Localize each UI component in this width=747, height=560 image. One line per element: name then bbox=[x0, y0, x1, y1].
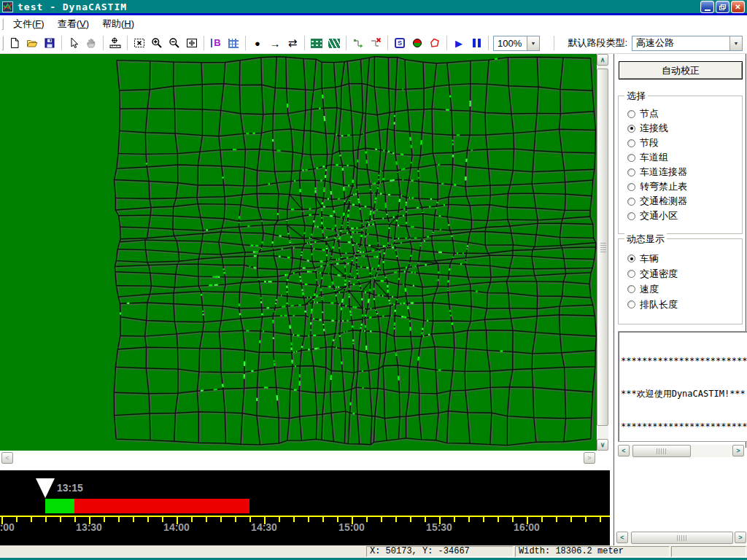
zoom-dropdown-icon[interactable]: ▼ bbox=[527, 36, 539, 50]
select-option-lane-connector[interactable]: 车道连接器 bbox=[619, 165, 742, 179]
network-canvas[interactable] bbox=[0, 54, 597, 451]
scroll-up-button[interactable]: ∧ bbox=[597, 54, 608, 66]
add-connector-icon bbox=[352, 37, 364, 49]
select-option-link[interactable]: 连接线 bbox=[619, 121, 742, 136]
canvas-vertical-scrollbar[interactable]: ∧ ∨ bbox=[597, 54, 608, 451]
delete-connector-button[interactable] bbox=[367, 34, 384, 52]
timeline-tick-label: 14:30 bbox=[244, 521, 285, 533]
minimize-icon bbox=[705, 9, 711, 11]
toolbar-grip[interactable] bbox=[1, 36, 4, 50]
thumb-grip bbox=[657, 448, 667, 454]
add-node-button[interactable] bbox=[107, 34, 124, 52]
open-folder-icon bbox=[26, 37, 38, 49]
scroll-down-button[interactable]: ∨ bbox=[597, 439, 608, 451]
timeline-tick bbox=[45, 517, 47, 522]
menu-grip[interactable] bbox=[1, 18, 4, 30]
new-file-button[interactable] bbox=[6, 34, 23, 52]
horizontal-scroll-thumb[interactable] bbox=[631, 532, 733, 544]
zoom-region-icon bbox=[133, 37, 145, 49]
pause-button[interactable] bbox=[468, 34, 485, 52]
close-button[interactable]: ✕ bbox=[731, 1, 745, 13]
message-horizontal-scrollbar[interactable]: < > bbox=[618, 445, 744, 457]
save-button[interactable] bbox=[41, 34, 58, 52]
zoom-level-select[interactable]: 100% ▼ bbox=[493, 36, 540, 51]
menu-help[interactable]: 帮助(H) bbox=[96, 15, 141, 33]
road-type-label: 默认路段类型: bbox=[568, 36, 627, 50]
scroll-left-button[interactable]: < bbox=[616, 532, 628, 543]
restore-icon bbox=[719, 4, 726, 10]
scroll-left-button[interactable]: < bbox=[618, 445, 630, 456]
select-option-node[interactable]: 节点 bbox=[619, 106, 742, 121]
chevron-right-icon: > bbox=[738, 534, 742, 541]
node-draw-button[interactable]: ● bbox=[249, 34, 266, 52]
event-duration-bar bbox=[45, 499, 74, 513]
node-circle-icon: ● bbox=[255, 38, 260, 49]
display-option-speed[interactable]: 速度 bbox=[619, 281, 742, 297]
node-ruler-icon bbox=[109, 37, 121, 49]
select-group-title: 选择 bbox=[624, 90, 648, 103]
road-type-select[interactable]: 高速公路 ▼ bbox=[632, 36, 743, 51]
zoom-out-button[interactable] bbox=[166, 34, 183, 52]
select-option-traffic-zone[interactable]: 交通小区 bbox=[619, 209, 742, 223]
radio-icon bbox=[627, 212, 635, 220]
horizontal-scroll-thumb[interactable] bbox=[632, 445, 691, 457]
timeline-axis bbox=[0, 516, 610, 517]
add-connector-button[interactable] bbox=[349, 34, 367, 52]
twoway-arrow-icon: ⇄ bbox=[288, 36, 298, 50]
select-cursor-button[interactable] bbox=[65, 34, 82, 52]
message-line: ****************************** bbox=[621, 421, 747, 432]
scroll-right-button[interactable]: > bbox=[584, 452, 595, 464]
status-bar: X: 50173, Y: -34667 Width: 18306.2 meter bbox=[0, 545, 747, 558]
minimize-button[interactable] bbox=[700, 1, 714, 13]
open-file-button[interactable] bbox=[23, 34, 41, 52]
canvas-horizontal-scrollbar[interactable]: < > bbox=[0, 451, 608, 470]
scroll-right-button[interactable]: > bbox=[732, 445, 744, 456]
display-option-vehicles[interactable]: 车辆 bbox=[619, 251, 742, 266]
segment-tool-button[interactable] bbox=[308, 34, 325, 52]
radio-icon bbox=[627, 300, 635, 308]
zone-tool-button[interactable] bbox=[426, 34, 444, 52]
timeline-tick-label: 15:00 bbox=[331, 521, 372, 533]
timeline-tick bbox=[147, 517, 149, 522]
road-type-value: 高速公路 bbox=[632, 36, 729, 50]
timeline-tick bbox=[60, 517, 61, 522]
display-option-queue-length[interactable]: 排队长度 bbox=[619, 297, 742, 312]
twoway-link-button[interactable]: ⇄ bbox=[284, 34, 301, 52]
zone-polygon-icon bbox=[429, 37, 441, 49]
zoom-in-button[interactable] bbox=[148, 34, 166, 52]
scroll-left-button[interactable]: < bbox=[1, 452, 13, 464]
display-option-density[interactable]: 交通密度 bbox=[619, 266, 742, 281]
select-option-detector[interactable]: 交通检测器 bbox=[619, 194, 742, 209]
signal-plan-button[interactable]: S bbox=[391, 34, 409, 52]
select-option-segment[interactable]: 节段 bbox=[619, 136, 742, 150]
zoom-region-button[interactable] bbox=[131, 34, 148, 52]
control-panel: 自动校正 选择 节点 连接线 节段 车道组 车道连接器 转弯禁止表 交通检测器 … bbox=[614, 54, 747, 545]
lanes-tool-button[interactable] bbox=[325, 34, 343, 52]
message-log[interactable]: ****************************** ***欢迎使用Dy… bbox=[618, 331, 747, 442]
vertical-scroll-thumb[interactable] bbox=[597, 69, 608, 426]
select-option-turn-ban[interactable]: 转弯禁止表 bbox=[619, 179, 742, 194]
select-option-lane-group[interactable]: 车道组 bbox=[619, 150, 742, 165]
menu-view[interactable]: 查看(V) bbox=[51, 15, 96, 33]
play-button[interactable]: ▶ bbox=[450, 34, 468, 52]
radio-icon bbox=[627, 198, 635, 206]
time-marker[interactable] bbox=[36, 478, 55, 498]
restore-button[interactable] bbox=[716, 1, 729, 13]
grid-icon bbox=[228, 39, 239, 48]
simulation-timeline[interactable]: 13:0013:3014:0014:3015:0015:3016:00 13:1… bbox=[0, 470, 610, 545]
traffic-light-button[interactable] bbox=[409, 34, 426, 52]
link-draw-button[interactable]: → bbox=[266, 34, 284, 52]
menu-file[interactable]: 文件(F) bbox=[7, 15, 51, 33]
road-type-dropdown-icon[interactable]: ▼ bbox=[729, 36, 742, 50]
pan-hand-button[interactable] bbox=[82, 34, 100, 52]
zoom-fit-button[interactable] bbox=[183, 34, 201, 52]
panel-bottom-scrollbar[interactable]: < > bbox=[616, 532, 746, 545]
hand-icon bbox=[85, 37, 97, 49]
play-icon: ▶ bbox=[455, 38, 462, 49]
pause-icon bbox=[473, 39, 481, 47]
auto-correct-button[interactable]: 自动校正 bbox=[619, 61, 743, 79]
background-toggle-button[interactable]: B bbox=[207, 34, 225, 52]
grid-toggle-button[interactable] bbox=[225, 34, 242, 52]
message-line: ****************************** bbox=[621, 356, 747, 367]
scroll-right-button[interactable]: > bbox=[735, 532, 746, 543]
